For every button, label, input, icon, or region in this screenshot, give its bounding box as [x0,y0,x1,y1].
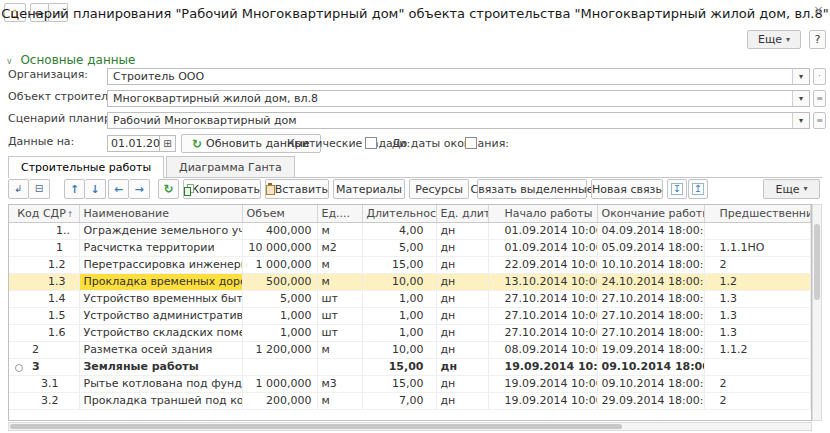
cell-code[interactable]: 1.2 [9,256,79,273]
cell-unit[interactable]: шт [317,324,362,341]
cell-unit[interactable] [317,358,362,375]
cell-duration-unit[interactable]: дн [436,375,488,392]
resources-button[interactable]: Ресурсы [409,179,469,199]
cell-start[interactable]: 27.10.2014 10:00:00 [488,290,597,307]
cell-duration[interactable]: 4,00 [362,222,436,239]
cell-name[interactable]: Ограждение земельного участка [79,222,242,239]
cell-duration[interactable]: 15,00 [362,358,436,375]
collapse-groups-button[interactable]: ⊟ [29,179,50,199]
msproject-import-button[interactable]: ↧ [667,179,687,199]
cell-predecessors[interactable]: 1.3 [704,290,811,307]
new-link-button[interactable]: Новая связь [591,179,663,199]
cell-duration[interactable]: 10,00 [362,273,436,290]
refresh-list-button[interactable]: ↻ [158,179,179,199]
column-header-name[interactable]: Наименование [79,205,242,222]
cell-name[interactable]: Устройство складских помещений [79,324,242,341]
cell-volume[interactable]: 10 000,000 [242,239,317,256]
cell-start[interactable]: 19.09.2014 10:00:00 [488,375,597,392]
cell-name[interactable]: Перетрассировка инженерных с... [79,256,242,273]
data-on-date-field[interactable]: 01.01.2015 [107,135,160,152]
cell-volume[interactable]: 1,000 [242,324,317,341]
cell-finish[interactable]: 04.09.2014 18:00:00 [597,222,704,239]
cell-duration-unit[interactable]: дн [436,341,488,358]
organization-field[interactable]: Строитель ООО ▾ [107,68,810,85]
cell-duration-unit[interactable]: дн [436,222,488,239]
cell-start[interactable]: 27.10.2014 10:00:00 [488,307,597,324]
expander-icon[interactable] [15,364,23,372]
cell-duration[interactable]: 1,00 [362,324,436,341]
cell-finish[interactable]: 27.10.2014 18:00:00 [597,290,704,307]
cell-unit[interactable]: м2 [317,239,362,256]
cell-volume[interactable]: 200,000 [242,392,317,409]
cell-finish[interactable]: 09.10.2014 18:00:00 [597,375,704,392]
cell-code[interactable]: 1.. [9,222,79,239]
cell-start[interactable]: 19.09.2014 10:00:00 [488,392,597,409]
cell-code[interactable]: 1.5 [9,307,79,324]
table-row[interactable]: 3.1 Рытье котлована под фундамент 1 000,… [9,375,811,392]
organization-dropdown-button[interactable]: ▾ [792,69,809,84]
cell-duration-unit[interactable]: дн [436,358,488,375]
cell-volume[interactable]: 5,000 [242,290,317,307]
cell-predecessors[interactable]: 1.3 [704,307,811,324]
cell-name[interactable]: Прокладка временных дорог и н... [79,273,242,290]
cell-duration-unit[interactable]: дн [436,307,488,324]
scenario-field[interactable]: Рабочий Многоквартирный дом ▾ [107,112,810,129]
cell-predecessors[interactable]: 1.2 [704,273,811,290]
cell-finish[interactable]: 09.10.2014 18:00:00 [597,358,704,375]
cell-volume[interactable]: 1 000,000 [242,256,317,273]
cell-name[interactable]: Устройство административных п... [79,307,242,324]
critical-tasks-checkbox[interactable] [365,137,377,149]
cell-code[interactable]: 2 [9,341,79,358]
link-selected-button[interactable]: Связать выделенные [477,179,587,199]
cell-predecessors[interactable] [704,358,811,375]
cell-start[interactable]: 01.09.2014 10:00:00 [488,222,597,239]
column-header-duration-unit[interactable]: Ед. длит... [436,205,488,222]
column-header-unit[interactable]: Ед.... [317,205,362,222]
move-to-group-button[interactable]: ↲ [8,179,29,199]
cell-code[interactable]: 3.1 [9,375,79,392]
cell-start[interactable]: 01.09.2014 10:00:00 [488,239,597,256]
vertical-scrollbar[interactable] [812,204,822,421]
table-row[interactable]: 1.4 Устройство временных бытовых ... 5,0… [9,290,811,307]
column-header-code[interactable]: Код СДР↑ [9,205,79,222]
cell-unit[interactable]: м [317,341,362,358]
calendar-button[interactable]: ⊞ [160,135,176,152]
scenario-open-button[interactable]: ≡ [813,112,826,129]
cell-name[interactable]: Устройство временных бытовых ... [79,290,242,307]
column-header-duration[interactable]: Длительность [362,205,436,222]
cell-start[interactable]: 08.09.2014 10:00:00 [488,341,597,358]
cell-predecessors[interactable]: 2 [704,375,811,392]
cell-duration[interactable]: 1,00 [362,307,436,324]
cell-duration-unit[interactable]: дн [436,324,488,341]
cell-predecessors[interactable]: 2 [704,392,811,409]
cell-volume[interactable] [242,358,317,375]
table-row[interactable]: 1.5 Устройство административных п... 1,0… [9,307,811,324]
cell-name[interactable]: Разметка осей здания [79,341,242,358]
cell-start[interactable]: 19.09.2014 10:00:00 [488,358,597,375]
object-field[interactable]: Многоквартирный жилой дом, вл.8 ▾ [107,90,810,107]
cell-duration[interactable]: 1,00 [362,290,436,307]
cell-duration[interactable]: 15,00 [362,375,436,392]
close-button[interactable]: × [813,2,824,17]
organization-open-button[interactable]: · [813,68,826,85]
move-up-button[interactable]: ↑ [64,179,85,199]
cell-duration-unit[interactable]: дн [436,273,488,290]
cell-duration-unit[interactable]: дн [436,290,488,307]
cell-code[interactable]: 1.3 [9,273,79,290]
cell-name[interactable]: Рытье котлована под фундамент [79,375,242,392]
table-row[interactable]: 2 Разметка осей здания 1 200,000 м 10,00… [9,341,811,358]
cell-duration[interactable]: 15,00 [362,256,436,273]
cell-volume[interactable]: 500,000 [242,273,317,290]
object-dropdown-button[interactable]: ▾ [792,91,809,106]
cell-code[interactable]: 1.6 [9,324,79,341]
cell-name[interactable]: Земляные работы [79,358,242,375]
cell-duration-unit[interactable]: дн [436,239,488,256]
cell-finish[interactable]: 29.09.2014 18:00:00 [597,392,704,409]
cell-volume[interactable]: 1 000,000 [242,375,317,392]
vertical-scrollbar-thumb[interactable] [814,224,820,300]
cell-predecessors[interactable] [704,222,811,239]
indent-button[interactable]: → [129,179,150,199]
cell-name[interactable]: Прокладка траншей под коммун... [79,392,242,409]
cell-unit[interactable]: м [317,392,362,409]
cell-duration-unit[interactable]: дн [436,256,488,273]
